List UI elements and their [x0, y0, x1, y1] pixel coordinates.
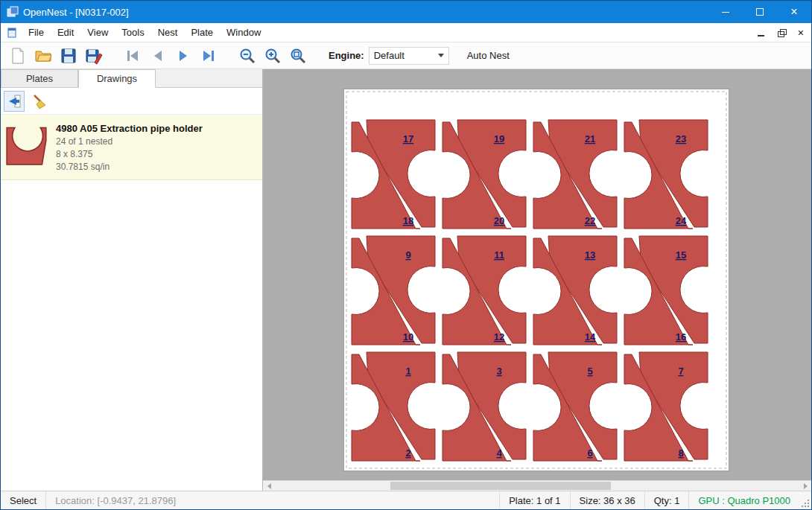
new-file-icon: [9, 47, 27, 65]
first-arrow-icon: [124, 47, 142, 65]
part-number: 10: [403, 331, 413, 342]
part-number: 3: [496, 366, 501, 377]
zoom-in-button[interactable]: [261, 45, 284, 67]
part-info: 4980 A05 Extraction pipe holder 24 of 1 …: [56, 121, 203, 173]
close-button[interactable]: ×: [777, 1, 811, 23]
nested-part-pair: 78: [624, 352, 708, 461]
tab-plates[interactable]: Plates: [1, 69, 78, 87]
mdi-close-icon[interactable]: ×: [798, 28, 804, 37]
part-number: 11: [494, 249, 504, 261]
status-size: Size: 36 x 36: [570, 491, 644, 509]
nested-part-pair: 12: [352, 352, 435, 461]
tab-plates-label: Plates: [26, 73, 53, 84]
horizontal-scrollbar[interactable]: [263, 480, 811, 491]
part-number: 1: [405, 366, 410, 377]
auto-nest-button[interactable]: Auto Nest: [463, 47, 514, 64]
part-number: 18: [403, 215, 413, 226]
plate: 171819202122232491011121314151612345678: [343, 89, 729, 471]
first-plate-button[interactable]: [121, 45, 144, 67]
scroll-left-icon: [267, 483, 271, 489]
nested-part-pair: 1516: [624, 236, 708, 345]
part-number: 21: [585, 133, 595, 144]
nested-part-pair: 1920: [443, 120, 526, 229]
last-arrow-icon: [200, 47, 218, 65]
status-gpu: GPU : Quadro P1000: [688, 491, 799, 509]
drawing-list-item[interactable]: 4980 A05 Extraction pipe holder 24 of 1 …: [1, 115, 262, 180]
part-number: 23: [676, 133, 686, 144]
part-nested-count: 24 of 1 nested: [56, 136, 203, 148]
status-location: Location: [-0.9437, 21.8796]: [46, 491, 185, 509]
document-icon: [7, 28, 17, 38]
mdi-minimize-icon[interactable]: [756, 28, 767, 37]
part-number: 17: [403, 133, 413, 144]
app-icon: [7, 6, 19, 18]
scrollbar-thumb[interactable]: [390, 482, 611, 490]
previous-plate-button[interactable]: [147, 45, 169, 67]
part-number: 7: [678, 366, 683, 377]
scroll-right-button[interactable]: [799, 481, 811, 491]
resize-grip[interactable]: [799, 491, 811, 509]
status-plate: Plate: 1 of 1: [499, 491, 569, 509]
nested-part-pair: 1718: [352, 120, 435, 229]
nested-part-pair: 34: [443, 352, 526, 461]
broom-icon: [31, 93, 48, 109]
sidebar-tabs: Plates Drawings: [1, 69, 262, 88]
menu-edit[interactable]: Edit: [51, 24, 80, 41]
part-number: 12: [494, 331, 504, 342]
new-file-button[interactable]: [7, 45, 29, 67]
part-number: 9: [405, 249, 410, 261]
minimize-button[interactable]: [708, 1, 743, 23]
menu-view[interactable]: View: [80, 24, 115, 41]
engine-select[interactable]: Default: [369, 47, 449, 65]
sidebar: Plates Drawings: [1, 69, 263, 491]
zoom-out-icon: [238, 47, 256, 65]
part-number: 22: [585, 215, 595, 226]
save-edit-icon: [85, 47, 103, 65]
save-button[interactable]: [57, 45, 80, 67]
menu-plate[interactable]: Plate: [184, 24, 220, 41]
import-drawing-button[interactable]: [4, 91, 25, 112]
open-file-button[interactable]: [32, 45, 54, 67]
part-number: 5: [587, 366, 592, 377]
canvas-viewport: 171819202122232491011121314151612345678: [263, 69, 811, 480]
sidebar-empty-area: [1, 180, 262, 491]
part-number: 20: [494, 215, 504, 226]
menu-file[interactable]: File: [22, 24, 51, 41]
save-icon: [60, 47, 77, 65]
zoom-out-button[interactable]: [236, 45, 258, 67]
part-number: 15: [676, 249, 686, 261]
nested-part-pair: 2324: [624, 120, 708, 229]
mdi-window-controls: ×: [756, 28, 811, 37]
next-plate-button[interactable]: [172, 45, 194, 67]
part-title: 4980 A05 Extraction pipe holder: [56, 122, 203, 136]
window-title: OpenNest - [N0317-002]: [23, 7, 129, 18]
scroll-left-button[interactable]: [263, 481, 275, 491]
window-controls: ×: [708, 1, 811, 23]
status-qty: Qty: 1: [644, 491, 689, 509]
tab-drawings[interactable]: Drawings: [78, 69, 156, 88]
status-bar: Select Location: [-0.9437, 21.8796] Plat…: [1, 491, 811, 509]
clear-drawings-button[interactable]: [29, 91, 50, 112]
nesting-canvas[interactable]: 171819202122232491011121314151612345678: [263, 69, 811, 491]
nested-part-pair: 1112: [443, 236, 526, 345]
zoom-in-icon: [264, 47, 282, 65]
app-window: OpenNest - [N0317-002] × File Edit View …: [0, 0, 812, 510]
engine-label: Engine:: [329, 50, 364, 61]
nested-part-pair: 56: [533, 352, 617, 461]
zoom-fit-button[interactable]: [287, 45, 309, 67]
minimize-icon: [722, 12, 729, 13]
engine-value: Default: [374, 50, 438, 61]
scrollbar-track[interactable]: [275, 481, 799, 491]
save-as-button[interactable]: [83, 45, 105, 67]
part-area: 30.7815 sq/in: [56, 161, 203, 173]
part-number: 4: [496, 447, 502, 459]
menu-nest[interactable]: Nest: [151, 24, 185, 41]
nested-part-pair: 1314: [533, 236, 617, 345]
open-folder-icon: [34, 47, 52, 65]
last-plate-button[interactable]: [197, 45, 220, 67]
menu-window[interactable]: Window: [220, 24, 267, 41]
menu-tools[interactable]: Tools: [115, 24, 150, 41]
part-number: 24: [676, 215, 687, 226]
maximize-button[interactable]: [743, 1, 777, 23]
mdi-restore-icon[interactable]: [777, 28, 787, 37]
